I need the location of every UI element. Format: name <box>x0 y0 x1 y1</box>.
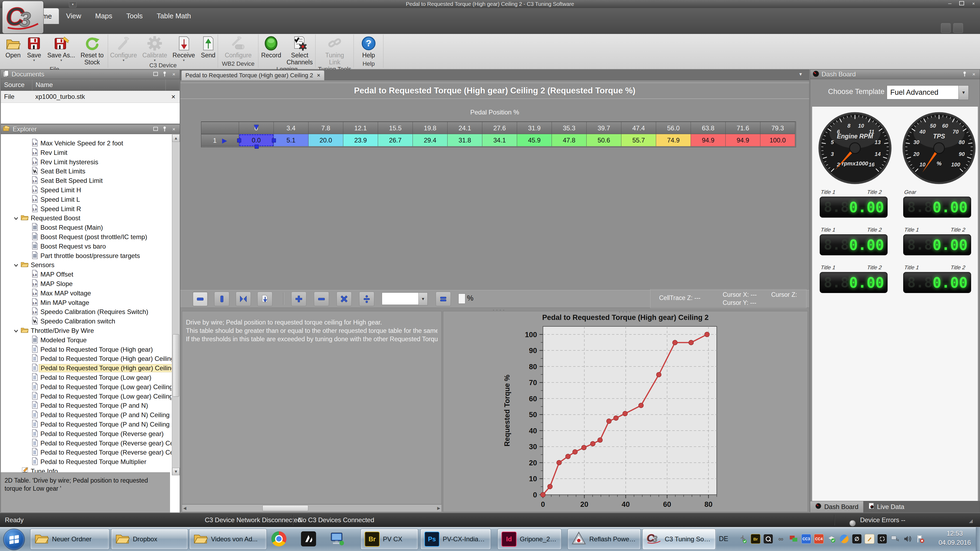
start-button[interactable] <box>3 529 25 550</box>
tree-item[interactable]: 1.0Rev Limit hysteresis <box>2 157 170 167</box>
menu-tab-maps[interactable]: Maps <box>88 8 119 24</box>
close-button[interactable]: × <box>969 1 978 7</box>
tree-item[interactable]: Requested Boost <box>2 214 170 223</box>
tray-usb-icon[interactable] <box>738 534 748 544</box>
scroll-down-icon[interactable]: ▼ <box>172 468 180 475</box>
table-column-header[interactable]: 27.6 <box>482 122 517 134</box>
table-cell[interactable]: 5.1 <box>274 134 309 146</box>
table-column-header[interactable]: 31.9 <box>517 122 552 134</box>
combobox-arrow-icon[interactable]: ▼ <box>418 292 428 305</box>
close-panel-icon[interactable]: × <box>170 71 178 78</box>
table-column-header[interactable]: 47.4 <box>621 122 656 134</box>
table-cell[interactable]: 100.0 <box>760 134 795 146</box>
toolbar-minus-button[interactable] <box>314 292 329 306</box>
scroll-right-icon[interactable]: ▶ <box>437 506 440 511</box>
tree-item[interactable]: Pedal to Requested Torque Multiplier <box>2 457 170 467</box>
float-window-icon[interactable] <box>152 71 159 78</box>
receive-button[interactable]: Receive▾ <box>170 35 197 62</box>
language-indicator[interactable]: DE <box>719 535 728 543</box>
tree-item[interactable]: 1.0MAP Offset <box>2 270 170 279</box>
tree-item[interactable]: 1.0Max Vehicle Speed for 2 foot <box>2 139 170 148</box>
taskbar-button-videos-von-ad-[interactable]: Videos von Ad... <box>189 529 267 549</box>
table-column-header[interactable]: 63.8 <box>691 122 725 134</box>
table-column-header[interactable]: 39.7 <box>587 122 621 134</box>
toolbar-hbar-button[interactable] <box>192 292 208 306</box>
tree-item[interactable]: 1.0Rev Limit <box>2 148 170 157</box>
save-button[interactable]: Save▾ <box>24 35 45 62</box>
tree-item[interactable]: Part throttle boost/pressure targets <box>2 251 170 260</box>
table-column-header[interactable]: 35.3 <box>552 122 587 134</box>
selection-handle[interactable] <box>255 144 259 149</box>
tray-camera-icon[interactable] <box>877 534 887 544</box>
table-column-header[interactable]: 3.4 <box>274 122 309 134</box>
tab-list-dropdown-icon[interactable]: ▼ <box>799 72 803 77</box>
table-cell[interactable]: 26.7 <box>378 134 413 146</box>
menu-tab-tools[interactable]: Tools <box>119 8 150 24</box>
tree-item[interactable]: Pedal to Requested Torque (Low gear) Cei… <box>2 392 170 401</box>
tray-bridge-icon[interactable]: Br <box>751 534 760 544</box>
taskbar-clock[interactable]: 12:53 04.09.2016 <box>937 529 972 547</box>
tree-item[interactable]: Boost Request (Main) <box>2 223 170 232</box>
tree-item[interactable]: 1.0Speed Limit H <box>2 186 170 195</box>
table-column-header[interactable]: 12.1 <box>343 122 378 134</box>
minimize-button[interactable]: ─ <box>945 1 955 7</box>
tray-volume-icon[interactable] <box>902 534 913 544</box>
tree-item[interactable]: 1.0Min MAP voltage <box>2 298 170 307</box>
chevron-down-icon[interactable] <box>14 214 18 222</box>
table-cell[interactable]: 94.9 <box>691 134 725 146</box>
show-desktop-button[interactable] <box>976 527 980 551</box>
configure-button[interactable]: Configure▾ <box>108 35 140 62</box>
tuning-button[interactable]: Tuning Link <box>323 35 347 66</box>
table-cell[interactable]: 34.1 <box>482 134 517 146</box>
calibrate-button[interactable]: Calibrate▾ <box>140 35 170 62</box>
taskbar-icon-pc[interactable] <box>328 530 346 548</box>
table-cell[interactable]: 20.0 <box>309 134 343 146</box>
tree-item[interactable]: 1.0Speed Limit R <box>2 205 170 214</box>
table-cell[interactable]: 45.9 <box>517 134 552 146</box>
column-header-source[interactable]: Source <box>1 79 32 91</box>
tree-item[interactable]: 1.0Seat Belt Speed Limit <box>2 176 170 185</box>
toolbar-div-button[interactable] <box>359 292 374 306</box>
tree-item[interactable]: Pedal to Requested Torque (High gear) <box>2 345 170 354</box>
tree-item[interactable]: Boost Request vs baro <box>2 242 170 251</box>
table-cell[interactable]: 29.4 <box>413 134 447 146</box>
splitter-handle[interactable]: ···· <box>492 308 506 311</box>
percent-checkbox[interactable] <box>458 294 465 304</box>
tray-sync-icon[interactable] <box>826 534 837 544</box>
tray-cc4-icon[interactable]: CC4 <box>814 534 824 544</box>
explorer-scrollbar[interactable]: ▲ ▼ <box>172 134 180 475</box>
tray-quicktime-icon[interactable] <box>763 534 773 544</box>
table-cell[interactable]: 94.9 <box>725 134 760 146</box>
tree-item[interactable]: Pedal to Requested Torque (P and N) <box>2 401 170 410</box>
table-cell[interactable]: 50.6 <box>587 134 621 146</box>
scroll-up-icon[interactable]: ▲ <box>172 134 180 142</box>
tray-pen-icon[interactable] <box>864 534 875 544</box>
taskbar-button-neuer-ordner[interactable]: Neuer Ordner <box>30 529 110 549</box>
pin-icon[interactable] <box>961 71 969 78</box>
toolbar-plus-button[interactable] <box>291 292 306 306</box>
save-as--button[interactable]: Save As...▾ <box>45 35 78 62</box>
document-row[interactable]: Filexp1000_turbo.stk× <box>1 91 180 103</box>
tree-item[interactable]: Pedal to Requested Torque (Reverse gear)… <box>2 448 170 457</box>
quick-access-dropdown-icon[interactable]: ▾ <box>69 2 76 8</box>
table-cell[interactable]: 55.7 <box>621 134 656 146</box>
table-column-header[interactable]: 79.3 <box>760 122 795 134</box>
select-button[interactable]: Select Channels <box>284 35 315 66</box>
tab-dash-board[interactable]: Dash Board <box>810 501 864 513</box>
tray-cc3-icon[interactable]: CC3 <box>801 534 811 544</box>
taskbar-button-gripone-2014-i-[interactable]: IdGripone_2014.i... <box>497 529 562 549</box>
tree-item[interactable]: 1.0Speedo Calibration (Requires Switch) <box>2 307 170 316</box>
description-hscrollbar[interactable]: ◀ ▶ <box>182 504 442 512</box>
taskbar-button-pv-cx[interactable]: BrPV CX <box>361 529 418 549</box>
help-button[interactable]: ?Help <box>358 35 379 59</box>
maximize-button[interactable] <box>956 1 967 7</box>
pin-icon[interactable] <box>161 126 169 132</box>
tray-creative-cloud-icon[interactable]: ∞ <box>776 534 786 544</box>
table-column-header[interactable]: 56.0 <box>656 122 691 134</box>
taskbar-button-reflash-power-[interactable]: Reflash Power ... <box>568 529 641 549</box>
menu-tab-table-math[interactable]: Table Math <box>150 8 198 24</box>
tree-item[interactable]: Pedal to Requested Torque (Reverse gear)… <box>2 439 170 448</box>
tree-item[interactable]: Speedo Calibration switch <box>2 317 170 326</box>
table-row-header[interactable]: 1▶ <box>201 134 239 146</box>
table-cell[interactable]: 23.9 <box>343 134 378 146</box>
